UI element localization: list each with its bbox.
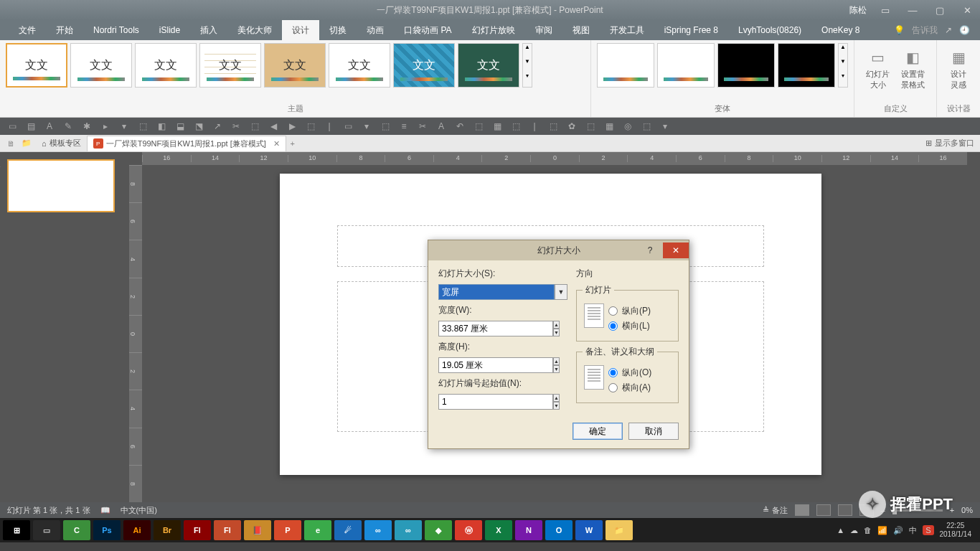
theme-item[interactable]: 文文 xyxy=(70,43,132,88)
tab-ispring[interactable]: iSpring Free 8 xyxy=(654,20,728,40)
tab-file[interactable]: 文件 xyxy=(9,20,46,40)
qat-icon[interactable]: ◧ xyxy=(155,120,168,133)
taskbar-clock[interactable]: 22:252018/1/14 xyxy=(940,522,972,539)
tray-icon[interactable]: 🔊 xyxy=(893,526,903,535)
qat-icon[interactable]: ⬚ xyxy=(136,120,149,133)
open-folder-icon[interactable]: 📁 xyxy=(20,137,33,150)
tray-icon[interactable]: S xyxy=(923,525,933,535)
taskbar-app[interactable]: 📕 xyxy=(244,520,271,540)
qat-icon[interactable]: | xyxy=(323,120,336,133)
qat-icon[interactable]: ⬚ xyxy=(248,120,261,133)
format-background-button[interactable]: ◧设置背 景格式 xyxy=(895,43,930,95)
tab-beautify[interactable]: 美化大师 xyxy=(227,20,282,40)
cancel-button[interactable]: 取消 xyxy=(628,423,679,440)
taskbar-app[interactable]: P xyxy=(274,520,301,540)
reading-view-button[interactable] xyxy=(838,504,852,516)
taskbar-app[interactable]: Fl xyxy=(184,520,211,540)
qat-icon[interactable]: ⬚ xyxy=(584,120,597,133)
spin-up[interactable]: ▲ xyxy=(553,357,560,365)
tab-design[interactable]: 设计 xyxy=(282,20,319,40)
tab-islide[interactable]: iSlide xyxy=(149,20,190,40)
minimize-button[interactable]: — xyxy=(904,5,921,16)
taskbar-app[interactable]: Ps xyxy=(93,520,121,540)
theme-item[interactable]: 文文 xyxy=(264,43,326,88)
spin-up[interactable]: ▲ xyxy=(553,321,560,329)
qat-icon[interactable]: | xyxy=(528,120,541,133)
qat-icon[interactable]: ✂ xyxy=(416,120,429,133)
width-input[interactable] xyxy=(438,321,553,336)
qat-icon[interactable]: ⬚ xyxy=(640,120,653,133)
tray-ime[interactable]: 中 xyxy=(909,525,917,536)
taskbar-app[interactable]: W xyxy=(575,520,603,540)
taskbar-app[interactable]: Fl xyxy=(214,520,241,540)
new-tab-button[interactable]: + xyxy=(286,137,299,150)
dialog-help-button[interactable]: ? xyxy=(637,242,663,258)
tab-insert[interactable]: 插入 xyxy=(190,20,227,40)
tab-onekey[interactable]: OneKey 8 xyxy=(811,20,870,40)
spin-down[interactable]: ▼ xyxy=(553,402,560,410)
tray-icon[interactable]: 📶 xyxy=(877,526,887,535)
qat-icon[interactable]: ▭ xyxy=(341,120,354,133)
slides-landscape-radio[interactable] xyxy=(608,321,618,331)
zoom-level[interactable]: 0% xyxy=(961,506,973,514)
notes-landscape-radio[interactable] xyxy=(608,383,618,392)
document-tab[interactable]: P 一厂焊装T99NF项目KW1周报1.ppt [兼容模式] ✕ xyxy=(87,136,286,151)
tab-pocketanim[interactable]: 口袋动画 PA xyxy=(394,20,461,40)
qat-icon[interactable]: ▾ xyxy=(659,120,672,133)
taskbar-app[interactable]: C xyxy=(63,520,90,540)
slide-thumbnail[interactable] xyxy=(7,159,115,212)
history-icon[interactable]: 🕘 xyxy=(959,25,970,35)
theme-item[interactable]: 文文 xyxy=(135,43,197,88)
tab-home[interactable]: 开始 xyxy=(46,20,83,40)
spin-down[interactable]: ▼ xyxy=(553,365,560,373)
qat-icon[interactable]: ▤ xyxy=(24,120,37,133)
taskbar-app[interactable]: ◆ xyxy=(425,520,452,540)
qat-icon[interactable]: ↗ xyxy=(211,120,224,133)
dialog-close-button[interactable]: ✕ xyxy=(663,242,689,258)
normal-view-button[interactable] xyxy=(795,504,809,516)
spellcheck-icon[interactable]: 📖 xyxy=(100,506,110,515)
height-input[interactable] xyxy=(438,357,553,373)
ribbon-options-icon[interactable]: ▭ xyxy=(877,5,894,16)
taskbar-app[interactable]: N xyxy=(515,520,542,540)
theme-item[interactable]: 文文 xyxy=(458,43,519,88)
theme-item[interactable]: 文文 xyxy=(199,43,261,88)
slide-size-button[interactable]: ▭幻灯片 大小 xyxy=(860,43,895,95)
dropdown-button[interactable]: ▼ xyxy=(555,284,567,300)
taskbar-app[interactable]: e xyxy=(304,520,331,540)
qat-icon[interactable]: ▾ xyxy=(118,120,131,133)
qat-icon[interactable]: ⬚ xyxy=(472,120,485,133)
slide-size-select[interactable] xyxy=(438,284,555,300)
variants-more-button[interactable]: ▲▼▾ xyxy=(838,43,848,88)
taskbar-app[interactable]: ☄ xyxy=(334,520,362,540)
close-button[interactable]: ✕ xyxy=(958,5,976,16)
language-status[interactable]: 中文(中国) xyxy=(121,505,157,516)
taskbar-app[interactable]: ▭ xyxy=(33,520,60,540)
qat-icon[interactable]: ✂ xyxy=(230,120,242,133)
qat-icon[interactable]: ≡ xyxy=(397,120,410,133)
taskbar-app[interactable]: ⓦ xyxy=(455,520,482,540)
tab-slideshow[interactable]: 幻灯片放映 xyxy=(462,20,525,40)
variant-item[interactable] xyxy=(717,43,775,88)
theme-item[interactable]: 文文 xyxy=(393,43,455,88)
tab-view[interactable]: 视图 xyxy=(562,20,600,40)
qat-icon[interactable]: ▸ xyxy=(99,120,112,133)
themes-more-button[interactable]: ▲▼▾ xyxy=(522,43,532,88)
tray-icon[interactable]: ▲ xyxy=(837,526,844,534)
variant-item[interactable] xyxy=(778,43,835,88)
design-ideas-button[interactable]: ▦设计 灵感 xyxy=(943,43,974,95)
qat-icon[interactable]: ▭ xyxy=(6,120,19,133)
tray-icon[interactable]: 🗑 xyxy=(864,526,872,534)
qat-icon[interactable]: ⬚ xyxy=(547,120,560,133)
qat-icon[interactable]: ⬚ xyxy=(304,120,317,133)
qat-icon[interactable]: ▶ xyxy=(286,120,298,133)
qat-icon[interactable]: ✱ xyxy=(80,120,93,133)
taskbar-app[interactable]: Ai xyxy=(123,520,151,540)
spin-down[interactable]: ▼ xyxy=(553,329,560,336)
slides-portrait-radio[interactable] xyxy=(608,306,618,316)
tab-review[interactable]: 审阅 xyxy=(525,20,562,40)
variant-item[interactable] xyxy=(657,43,715,88)
tab-nordri[interactable]: Nordri Tools xyxy=(83,20,149,40)
taskbar-app[interactable]: ∞ xyxy=(395,520,422,540)
restore-button[interactable]: ▢ xyxy=(931,5,948,16)
